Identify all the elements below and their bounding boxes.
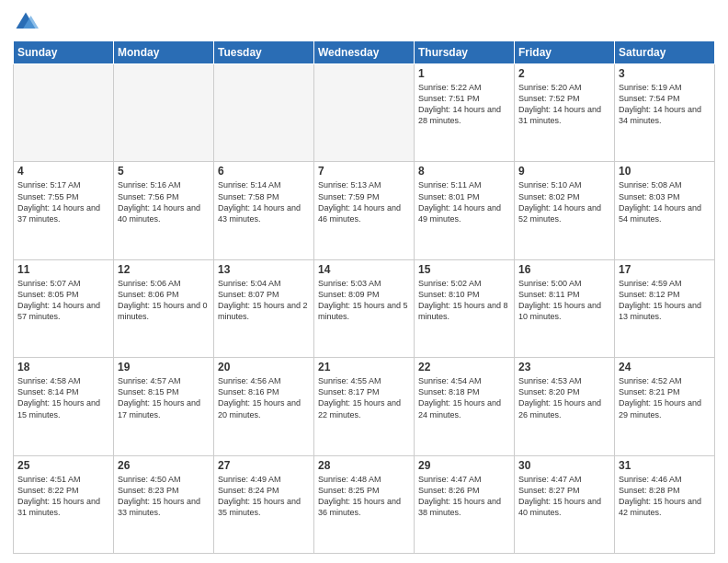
day-info: Sunrise: 5:14 AM Sunset: 7:58 PM Dayligh… xyxy=(218,179,310,224)
day-info: Sunrise: 5:04 AM Sunset: 8:07 PM Dayligh… xyxy=(218,278,310,323)
week-row-1: 1Sunrise: 5:22 AM Sunset: 7:51 PM Daylig… xyxy=(14,64,715,162)
day-cell: 27Sunrise: 4:49 AM Sunset: 8:24 PM Dayli… xyxy=(214,455,314,553)
day-number: 12 xyxy=(118,263,210,276)
day-cell: 2Sunrise: 5:20 AM Sunset: 7:52 PM Daylig… xyxy=(515,64,615,162)
day-cell: 18Sunrise: 4:58 AM Sunset: 8:14 PM Dayli… xyxy=(14,358,114,455)
day-info: Sunrise: 4:47 AM Sunset: 8:26 PM Dayligh… xyxy=(418,474,510,519)
weekday-header-saturday: Saturday xyxy=(615,41,715,64)
day-cell xyxy=(214,64,314,162)
day-info: Sunrise: 4:49 AM Sunset: 8:24 PM Dayligh… xyxy=(218,474,310,519)
day-info: Sunrise: 5:16 AM Sunset: 7:56 PM Dayligh… xyxy=(118,179,210,224)
day-number: 28 xyxy=(318,459,410,472)
day-info: Sunrise: 4:57 AM Sunset: 8:15 PM Dayligh… xyxy=(118,375,210,420)
day-cell: 26Sunrise: 4:50 AM Sunset: 8:23 PM Dayli… xyxy=(114,455,214,553)
day-cell: 3Sunrise: 5:19 AM Sunset: 7:54 PM Daylig… xyxy=(615,64,715,162)
day-number: 9 xyxy=(518,165,610,178)
day-cell: 12Sunrise: 5:06 AM Sunset: 8:06 PM Dayli… xyxy=(114,259,214,357)
weekday-header-row: SundayMondayTuesdayWednesdayThursdayFrid… xyxy=(14,41,715,64)
day-info: Sunrise: 5:13 AM Sunset: 7:59 PM Dayligh… xyxy=(318,179,410,224)
day-cell: 24Sunrise: 4:52 AM Sunset: 8:21 PM Dayli… xyxy=(615,358,715,455)
weekday-header-monday: Monday xyxy=(114,41,214,64)
day-cell: 13Sunrise: 5:04 AM Sunset: 8:07 PM Dayli… xyxy=(214,259,314,357)
day-info: Sunrise: 4:47 AM Sunset: 8:27 PM Dayligh… xyxy=(518,474,610,519)
week-row-5: 25Sunrise: 4:51 AM Sunset: 8:22 PM Dayli… xyxy=(14,455,715,553)
day-info: Sunrise: 5:22 AM Sunset: 7:51 PM Dayligh… xyxy=(418,82,510,127)
day-number: 30 xyxy=(518,459,610,472)
day-cell: 7Sunrise: 5:13 AM Sunset: 7:59 PM Daylig… xyxy=(314,162,415,259)
day-cell xyxy=(114,64,214,162)
day-info: Sunrise: 4:48 AM Sunset: 8:25 PM Dayligh… xyxy=(318,474,410,519)
day-number: 7 xyxy=(318,165,410,178)
day-cell: 16Sunrise: 5:00 AM Sunset: 8:11 PM Dayli… xyxy=(515,259,615,357)
day-info: Sunrise: 5:02 AM Sunset: 8:10 PM Dayligh… xyxy=(418,278,510,323)
day-info: Sunrise: 4:55 AM Sunset: 8:17 PM Dayligh… xyxy=(318,375,410,420)
day-cell xyxy=(14,64,114,162)
day-number: 2 xyxy=(518,67,610,80)
page: SundayMondayTuesdayWednesdayThursdayFrid… xyxy=(0,0,728,563)
day-number: 22 xyxy=(418,361,510,373)
day-number: 6 xyxy=(218,165,310,178)
day-number: 24 xyxy=(619,361,711,373)
day-cell: 30Sunrise: 4:47 AM Sunset: 8:27 PM Dayli… xyxy=(515,455,615,553)
day-number: 27 xyxy=(218,459,310,472)
day-number: 16 xyxy=(518,263,610,276)
day-cell: 23Sunrise: 4:53 AM Sunset: 8:20 PM Dayli… xyxy=(515,358,615,455)
day-cell: 5Sunrise: 5:16 AM Sunset: 7:56 PM Daylig… xyxy=(114,162,214,259)
day-cell: 17Sunrise: 4:59 AM Sunset: 8:12 PM Dayli… xyxy=(615,259,715,357)
week-row-2: 4Sunrise: 5:17 AM Sunset: 7:55 PM Daylig… xyxy=(14,162,715,259)
day-info: Sunrise: 4:59 AM Sunset: 8:12 PM Dayligh… xyxy=(619,278,711,323)
day-cell: 19Sunrise: 4:57 AM Sunset: 8:15 PM Dayli… xyxy=(114,358,214,455)
week-row-4: 18Sunrise: 4:58 AM Sunset: 8:14 PM Dayli… xyxy=(14,358,715,455)
weekday-header-thursday: Thursday xyxy=(415,41,515,64)
day-number: 13 xyxy=(218,263,310,276)
day-number: 5 xyxy=(118,165,210,178)
header xyxy=(13,9,715,35)
day-info: Sunrise: 5:03 AM Sunset: 8:09 PM Dayligh… xyxy=(318,278,410,323)
day-number: 3 xyxy=(619,67,711,80)
day-info: Sunrise: 5:17 AM Sunset: 7:55 PM Dayligh… xyxy=(17,179,109,224)
day-info: Sunrise: 5:11 AM Sunset: 8:01 PM Dayligh… xyxy=(418,179,510,224)
day-number: 20 xyxy=(218,361,310,373)
day-number: 21 xyxy=(318,361,410,373)
day-cell: 11Sunrise: 5:07 AM Sunset: 8:05 PM Dayli… xyxy=(14,259,114,357)
day-cell xyxy=(314,64,415,162)
weekday-header-tuesday: Tuesday xyxy=(214,41,314,64)
day-info: Sunrise: 5:20 AM Sunset: 7:52 PM Dayligh… xyxy=(518,82,610,127)
day-cell: 1Sunrise: 5:22 AM Sunset: 7:51 PM Daylig… xyxy=(415,64,515,162)
day-info: Sunrise: 4:54 AM Sunset: 8:18 PM Dayligh… xyxy=(418,375,510,420)
day-cell: 10Sunrise: 5:08 AM Sunset: 8:03 PM Dayli… xyxy=(615,162,715,259)
day-info: Sunrise: 4:50 AM Sunset: 8:23 PM Dayligh… xyxy=(118,474,210,519)
day-cell: 8Sunrise: 5:11 AM Sunset: 8:01 PM Daylig… xyxy=(415,162,515,259)
day-cell: 31Sunrise: 4:46 AM Sunset: 8:28 PM Dayli… xyxy=(615,455,715,553)
day-cell: 28Sunrise: 4:48 AM Sunset: 8:25 PM Dayli… xyxy=(314,455,415,553)
day-info: Sunrise: 4:46 AM Sunset: 8:28 PM Dayligh… xyxy=(619,474,711,519)
day-cell: 6Sunrise: 5:14 AM Sunset: 7:58 PM Daylig… xyxy=(214,162,314,259)
day-info: Sunrise: 5:10 AM Sunset: 8:02 PM Dayligh… xyxy=(518,179,610,224)
logo-icon xyxy=(13,9,39,35)
day-number: 17 xyxy=(619,263,711,276)
day-cell: 4Sunrise: 5:17 AM Sunset: 7:55 PM Daylig… xyxy=(14,162,114,259)
weekday-header-friday: Friday xyxy=(515,41,615,64)
day-number: 29 xyxy=(418,459,510,472)
day-info: Sunrise: 5:06 AM Sunset: 8:06 PM Dayligh… xyxy=(118,278,210,323)
day-info: Sunrise: 4:52 AM Sunset: 8:21 PM Dayligh… xyxy=(619,375,711,420)
day-number: 31 xyxy=(619,459,711,472)
day-cell: 15Sunrise: 5:02 AM Sunset: 8:10 PM Dayli… xyxy=(415,259,515,357)
logo xyxy=(13,9,40,35)
day-info: Sunrise: 5:08 AM Sunset: 8:03 PM Dayligh… xyxy=(619,179,711,224)
day-number: 26 xyxy=(118,459,210,472)
day-number: 4 xyxy=(17,165,109,178)
day-cell: 14Sunrise: 5:03 AM Sunset: 8:09 PM Dayli… xyxy=(314,259,415,357)
day-number: 11 xyxy=(17,263,109,276)
week-row-3: 11Sunrise: 5:07 AM Sunset: 8:05 PM Dayli… xyxy=(14,259,715,357)
day-info: Sunrise: 4:56 AM Sunset: 8:16 PM Dayligh… xyxy=(218,375,310,420)
weekday-header-wednesday: Wednesday xyxy=(314,41,415,64)
calendar-table: SundayMondayTuesdayWednesdayThursdayFrid… xyxy=(13,40,715,554)
day-number: 14 xyxy=(318,263,410,276)
day-number: 8 xyxy=(418,165,510,178)
day-info: Sunrise: 4:51 AM Sunset: 8:22 PM Dayligh… xyxy=(17,474,109,519)
day-number: 18 xyxy=(17,361,109,373)
day-number: 10 xyxy=(619,165,711,178)
day-info: Sunrise: 4:58 AM Sunset: 8:14 PM Dayligh… xyxy=(17,375,109,420)
day-cell: 25Sunrise: 4:51 AM Sunset: 8:22 PM Dayli… xyxy=(14,455,114,553)
